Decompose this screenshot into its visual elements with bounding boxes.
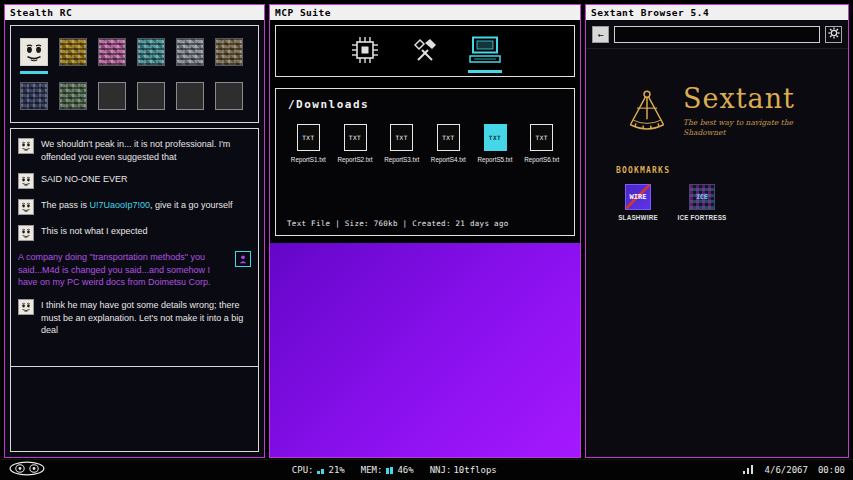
- file-name: ReportS2.txt: [338, 156, 373, 163]
- nnj-label: NNJ:: [430, 465, 452, 475]
- browser-toolbar: ←: [586, 20, 848, 48]
- bookmark-name: SLASHWIRE: [618, 214, 658, 221]
- ice-fortress-icon: ICE: [689, 184, 715, 210]
- nnj-value: 10tflops: [453, 465, 496, 475]
- bookmark-slashwire[interactable]: WIRE SLASHWIRE: [614, 184, 662, 221]
- avatar-contact[interactable]: [98, 38, 126, 66]
- txt-file-icon: TXT: [484, 124, 507, 151]
- taskbar: CPU: 21% MEM: 46% NNJ: 10tflops: [0, 459, 853, 480]
- avatar-empty-slot: [98, 82, 126, 110]
- avatar-contact[interactable]: [137, 38, 165, 66]
- cpu-value: 21%: [328, 465, 344, 475]
- system-stats: CPU: 21% MEM: 46% NNJ: 10tflops: [54, 465, 735, 475]
- date-display: 4/6/2067: [765, 465, 808, 475]
- stealth-rc-titlebar[interactable]: Stealth RC: [5, 5, 264, 20]
- avatar-contact[interactable]: [215, 38, 243, 66]
- stealth-rc-title: Stealth RC: [10, 7, 72, 18]
- password-text: U!7UaooIp7!00: [90, 200, 151, 210]
- hammer-tools-icon: [411, 36, 439, 67]
- sextant-icon: [623, 86, 671, 138]
- downloads-panel: /Downloads TXT ReportS1.txt TXT ReportS2…: [275, 88, 575, 236]
- mcp-titlebar[interactable]: MCP Suite: [270, 5, 580, 20]
- message-text-suffix: , give it a go yourself: [150, 200, 233, 210]
- gear-icon: [828, 27, 840, 42]
- txt-file-icon: TXT: [530, 124, 553, 151]
- window-sextant-browser: Sextant Browser 5.4 ←: [585, 4, 849, 458]
- bookmarks-label: BOOKMARKS: [616, 166, 848, 175]
- browser-titlebar[interactable]: Sextant Browser 5.4: [586, 5, 848, 20]
- chat-panel: We shouldn't peak in... it is not profes…: [10, 128, 259, 452]
- downloads-path: /Downloads: [288, 98, 562, 111]
- chat-message: I think he may have got some details wro…: [18, 299, 251, 337]
- back-button[interactable]: ←: [592, 26, 609, 43]
- file-item[interactable]: TXT ReportS6.txt: [521, 124, 562, 163]
- chat-message-remote: A company doing "transportation methods"…: [18, 251, 251, 289]
- file-grid: TXT ReportS1.txt TXT ReportS2.txt TXT Re…: [288, 124, 562, 163]
- avatar-empty-slot: [176, 82, 204, 110]
- chat-input-area[interactable]: [11, 367, 258, 451]
- user-mask-avatar-icon: [18, 225, 34, 241]
- txt-file-icon: TXT: [297, 124, 320, 151]
- nnj-stat: NNJ: 10tflops: [430, 465, 497, 475]
- file-item[interactable]: TXT ReportS1.txt: [288, 124, 329, 163]
- browser-page: Sextant The best way to navigate the Sha…: [586, 48, 848, 457]
- browser-logo-text: Sextant: [683, 85, 811, 112]
- file-item-selected[interactable]: TXT ReportS5.txt: [475, 124, 516, 163]
- txt-file-icon: TXT: [390, 124, 413, 151]
- mcp-toolbar: [275, 25, 575, 77]
- file-name: ReportS4.txt: [431, 156, 466, 163]
- user-mask-avatar-icon: [18, 199, 34, 215]
- chat-message: SAID NO-ONE EVER: [18, 173, 251, 189]
- time-display: 00:00: [818, 465, 845, 475]
- user-mask-avatar-icon: [18, 138, 34, 154]
- avatar-row-1: [20, 38, 249, 66]
- window-mcp-suite: MCP Suite: [269, 4, 581, 458]
- avatar-contact[interactable]: [59, 38, 87, 66]
- mem-bars-icon: [386, 466, 393, 474]
- back-arrow-icon: ←: [597, 30, 603, 40]
- message-text: I think he may have got some details wro…: [41, 299, 251, 337]
- file-name: ReportS6.txt: [524, 156, 559, 163]
- os-menu-button[interactable]: [8, 461, 46, 479]
- message-text: A company doing "transportation methods"…: [18, 251, 228, 289]
- window-stealth-rc: Stealth RC: [4, 4, 265, 458]
- message-text-prefix: The pass is: [41, 200, 90, 210]
- chat-message: We shouldn't peak in... it is not profes…: [18, 138, 251, 163]
- sextant-logo-block: Sextant The best way to navigate the Sha…: [586, 85, 848, 138]
- avatar-contact[interactable]: [176, 38, 204, 66]
- contact-avatar-grid: [10, 25, 259, 123]
- remote-user-avatar-icon: [235, 251, 251, 267]
- mcp-desktop-area: [270, 243, 580, 457]
- message-text: We shouldn't peak in... it is not profes…: [41, 138, 251, 163]
- chip-icon: [351, 36, 379, 67]
- txt-file-icon: TXT: [437, 124, 460, 151]
- mem-label: MEM:: [361, 465, 383, 475]
- computer-icon: [468, 36, 502, 67]
- slashwire-icon: WIRE: [625, 184, 651, 210]
- file-item[interactable]: TXT ReportS3.txt: [381, 124, 422, 163]
- file-item[interactable]: TXT ReportS4.txt: [428, 124, 469, 163]
- avatar-empty-slot: [137, 82, 165, 110]
- settings-button[interactable]: [825, 26, 842, 43]
- avatar-contact[interactable]: [20, 82, 48, 110]
- chip-tool-button[interactable]: [344, 28, 386, 74]
- url-input[interactable]: [614, 26, 820, 43]
- avatar-contact[interactable]: [59, 82, 87, 110]
- user-mask-avatar-icon: [18, 299, 34, 315]
- sextant-wordmark: Sextant The best way to navigate the Sha…: [683, 85, 811, 138]
- avatar-self[interactable]: [20, 38, 48, 66]
- bookmarks-row: WIRE SLASHWIRE ICE ICE FORTRESS: [614, 184, 848, 221]
- signal-icon: [743, 465, 755, 476]
- chat-message: This is not what I expected: [18, 225, 251, 241]
- bookmark-ice-fortress[interactable]: ICE ICE FORTRESS: [678, 184, 726, 221]
- cpu-stat: CPU: 21%: [292, 465, 345, 475]
- computer-tool-button[interactable]: [464, 28, 506, 74]
- browser-title: Sextant Browser 5.4: [591, 7, 709, 18]
- user-mask-avatar-icon: [18, 173, 34, 189]
- file-name: ReportS1.txt: [291, 156, 326, 163]
- bookmark-name: ICE FORTRESS: [678, 214, 727, 221]
- avatar-row-2: [20, 82, 249, 110]
- tools-tool-button[interactable]: [404, 28, 446, 74]
- file-item[interactable]: TXT ReportS2.txt: [335, 124, 376, 163]
- message-text: SAID NO-ONE EVER: [41, 173, 128, 186]
